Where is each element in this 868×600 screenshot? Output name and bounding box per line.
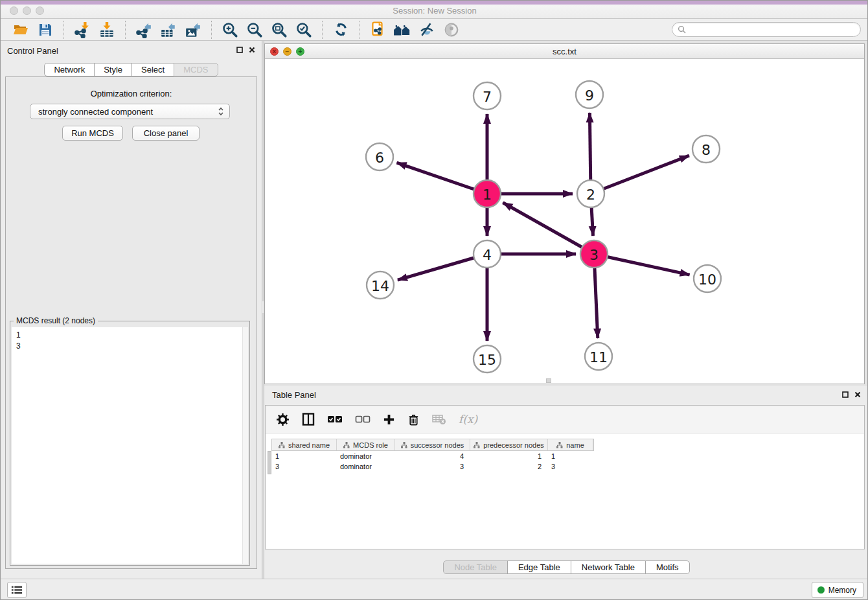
tab-motifs[interactable]: Motifs (645, 560, 690, 574)
table-cell: 1 (271, 451, 336, 461)
graph-node-14[interactable]: 14 (367, 271, 394, 299)
close-panel-icon[interactable] (249, 47, 255, 53)
table-row[interactable]: 1dominator411 (271, 451, 594, 461)
zoom-selected-icon (295, 21, 312, 38)
graph-node-1[interactable]: 1 (474, 180, 501, 207)
search-input[interactable] (686, 25, 855, 34)
control-panel-window-buttons (236, 47, 255, 53)
graph-node-7[interactable]: 7 (474, 82, 501, 110)
tab-style[interactable]: Style (94, 63, 132, 76)
graph-node-3[interactable]: 3 (580, 240, 608, 268)
zoom-in-button[interactable] (220, 20, 240, 40)
graph-node-11[interactable]: 11 (585, 343, 612, 370)
svg-text:4: 4 (483, 247, 492, 263)
network-window-titlebar: × − + scc.txt (265, 44, 864, 59)
table-cell: 3 (547, 461, 593, 472)
table-body: 1dominator4113dominator323 (268, 451, 594, 472)
graph-node-9[interactable]: 9 (576, 81, 603, 108)
delete-row-button[interactable] (407, 413, 420, 426)
tab-node-table[interactable]: Node Table (443, 560, 508, 574)
table-row[interactable]: 3dominator323 (271, 461, 594, 472)
tab-network[interactable]: Network (44, 63, 95, 76)
deselect-all-button[interactable] (355, 415, 371, 424)
toolbar-separator (322, 21, 323, 39)
close-panel-icon[interactable] (854, 391, 861, 398)
graph-node-6[interactable]: 6 (366, 143, 393, 170)
function-builder-button[interactable]: f(x) (459, 413, 477, 426)
import-network-icon (74, 21, 91, 38)
toolbar-separator (359, 21, 360, 39)
control-panel-title: Control Panel (7, 46, 255, 58)
birds-eye-view-button[interactable] (441, 20, 462, 40)
graph-node-8[interactable]: 8 (692, 135, 720, 163)
svg-text:9: 9 (585, 87, 594, 104)
delete-table-icon (432, 413, 446, 425)
result-scrollbar[interactable] (242, 327, 248, 564)
graph-edge-3-10[interactable] (594, 254, 690, 275)
home-icon (393, 21, 411, 38)
table-cell: dominator (336, 451, 394, 461)
add-row-button[interactable] (383, 413, 395, 426)
graphics-details-icon (418, 21, 435, 38)
clone-network-button[interactable] (367, 20, 388, 40)
export-table-button[interactable] (158, 20, 179, 40)
select-all-button[interactable] (327, 415, 343, 424)
graph-edge-2-8[interactable] (591, 156, 689, 194)
zoom-selected-button[interactable] (293, 20, 314, 40)
mcds-result-title: MCDS result (2 nodes) (14, 316, 98, 325)
graph-node-10[interactable]: 10 (694, 265, 721, 292)
network-view-window: × − + scc.txt 7968124314101511 (264, 43, 865, 384)
tab-mcds[interactable]: MCDS (174, 63, 218, 76)
home-layout-button[interactable] (392, 20, 413, 40)
run-mcds-button[interactable]: Run MCDS (62, 126, 123, 141)
zoom-fit-icon (271, 21, 288, 38)
mcds-result-textarea[interactable]: 1 3 (12, 327, 248, 564)
show-columns-button[interactable] (302, 413, 315, 426)
graph-edge-3-1[interactable] (503, 203, 594, 254)
memory-status-icon (817, 586, 825, 594)
tab-select[interactable]: Select (131, 63, 174, 76)
toolbar-separator (63, 21, 64, 39)
float-panel-icon[interactable] (236, 47, 243, 53)
save-session-button[interactable] (35, 20, 56, 40)
toolbar-separator (125, 21, 126, 39)
column-label: successor nodes (411, 441, 464, 449)
table-cell: 2 (470, 461, 547, 472)
column-header-shared-name[interactable]: shared name (272, 439, 337, 450)
export-table-icon (160, 21, 177, 38)
import-network-button[interactable] (72, 20, 93, 40)
canvas-scroll-handle[interactable] (546, 378, 551, 383)
refresh-icon (333, 21, 349, 38)
column-header-name[interactable]: name (548, 439, 593, 450)
table-settings-button[interactable] (276, 413, 290, 426)
optimization-criterion-select[interactable]: strongly connected component (30, 104, 230, 119)
tab-edge-table[interactable]: Edge Table (507, 560, 571, 574)
memory-button[interactable]: Memory (812, 582, 863, 598)
export-image-button[interactable] (183, 20, 203, 40)
graph-node-4[interactable]: 4 (474, 240, 501, 268)
float-panel-icon[interactable] (842, 391, 849, 398)
network-canvas[interactable]: 7968124314101511 (265, 59, 864, 384)
column-header-MCDS-role[interactable]: MCDS role (337, 439, 395, 450)
attribute-icon (279, 442, 285, 448)
refresh-button[interactable] (330, 20, 351, 40)
zoom-fit-button[interactable] (269, 20, 290, 40)
column-header-predecessor-nodes[interactable]: predecessor nodes (470, 439, 548, 450)
graphics-details-button[interactable] (417, 20, 437, 40)
tab-network-table[interactable]: Network Table (571, 560, 646, 574)
columns-icon (302, 413, 315, 426)
delete-table-button[interactable] (432, 413, 446, 425)
column-label: name (566, 441, 584, 449)
open-session-button[interactable] (10, 20, 31, 40)
splitter-handle[interactable] (262, 301, 264, 313)
graph-node-15[interactable]: 15 (474, 345, 501, 373)
svg-text:14: 14 (371, 278, 389, 294)
column-header-successor-nodes[interactable]: successor nodes (395, 439, 470, 450)
zoom-out-button[interactable] (244, 20, 265, 40)
export-network-button[interactable] (133, 20, 154, 40)
graph-node-2[interactable]: 2 (577, 180, 604, 207)
task-history-button[interactable] (7, 582, 27, 598)
eye-icon (443, 21, 460, 38)
close-panel-button[interactable]: Close panel (132, 126, 200, 141)
import-table-button[interactable] (97, 20, 117, 40)
